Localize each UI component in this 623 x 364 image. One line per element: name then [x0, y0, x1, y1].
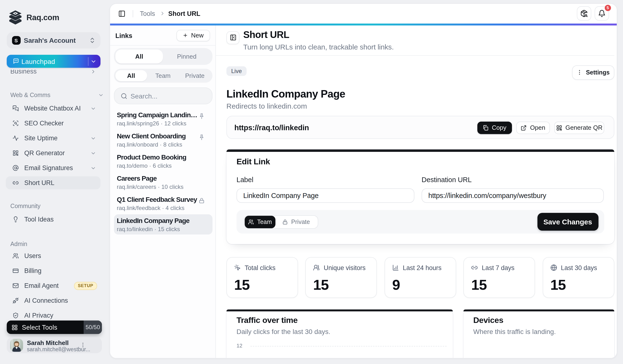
link-subtitle: raq.link/spring26 · 12 clicks	[117, 120, 186, 127]
package-search-icon	[580, 10, 588, 17]
tab-all[interactable]: All	[115, 49, 163, 63]
stat-value: 15	[471, 277, 487, 293]
open-label: Open	[530, 124, 545, 131]
visibility-row: Team Private Save Changes	[237, 210, 604, 234]
chevron-right-icon	[90, 70, 96, 74]
tab-pinned[interactable]: Pinned	[163, 49, 211, 63]
stat-value: 15	[550, 277, 566, 293]
stat-card-last-7-days: Last 7 days 15	[464, 257, 535, 298]
link-short-url: raq.to/linkedin	[117, 226, 153, 233]
users-round-icon	[313, 264, 320, 271]
message-square-dots-icon	[13, 58, 19, 64]
lock-icon	[199, 197, 205, 204]
link-list-item-selected[interactable]: LinkedIn Company Page raq.to/linkedin · …	[114, 214, 212, 235]
stat-label: Last 7 days	[482, 264, 515, 271]
sidebar-item-ai-privacy[interactable]: AI Privacy	[6, 309, 100, 320]
brand-name: Raq.com	[26, 13, 59, 22]
sidebar-item-billing[interactable]: Billing	[6, 264, 100, 277]
sidebar-item-ai-connections[interactable]: AI Connections	[6, 294, 100, 307]
label-input-value: LinkedIn Company Page	[243, 192, 318, 199]
link-list-item[interactable]: Product Demo Booking raq.to/demo · 6 cli…	[114, 151, 212, 171]
package-search-button[interactable]	[577, 6, 591, 21]
sidebar-item-seo-checker[interactable]: SEO Checker	[6, 117, 100, 130]
tab-scope-private[interactable]: Private	[179, 70, 211, 81]
sidebar-item-label: QR Generator	[24, 150, 65, 157]
external-link-icon	[521, 125, 527, 131]
launchpad-button[interactable]: Launchpad	[7, 55, 100, 68]
sidebar-item-short-url[interactable]: Short URL	[6, 176, 100, 189]
scope-filter-tabs: All Team Private	[114, 68, 212, 83]
sidebar-item-business[interactable]: Business	[6, 70, 100, 77]
account-switcher[interactable]: S Sarah's Account	[7, 32, 100, 48]
breadcrumb-tools[interactable]: Tools	[140, 10, 155, 17]
sidebar: Raq.com S Sarah's Account Launchpad Busi…	[0, 0, 110, 364]
devices-card: Devices Where this traffic is landing.	[463, 309, 614, 359]
sidebar-item-label: Email Agent	[24, 282, 59, 289]
visibility-team-option[interactable]: Team	[245, 216, 275, 228]
page-title: LinkedIn Company Page	[226, 88, 345, 100]
chevron-down-icon[interactable]	[90, 58, 97, 64]
status-badge: Live	[226, 66, 247, 76]
profile-card[interactable]: Sarah Mitchell sarah.mitchell@westbur...	[6, 337, 102, 353]
link-title: New Client Onboarding	[117, 132, 199, 140]
sidebar-item-site-uptime[interactable]: Site Uptime	[6, 132, 100, 145]
visibility-private-option[interactable]: Private	[275, 219, 317, 225]
save-changes-button[interactable]: Save Changes	[537, 213, 598, 231]
copy-icon	[482, 125, 489, 131]
label-field-label: Label	[237, 176, 253, 184]
scan-search-icon	[13, 120, 19, 126]
new-link-button[interactable]: New	[177, 30, 210, 41]
link-list-item[interactable]: Spring Campaign Landing P... raq.link/sp…	[114, 108, 212, 129]
section-header-admin: Admin	[10, 241, 27, 247]
stat-card-last-24-hours: Last 24 hours 9	[385, 257, 456, 298]
short-url-value: https://raq.to/linkedin	[234, 124, 309, 132]
tab-scope-all[interactable]: All	[115, 70, 147, 81]
select-tools-button[interactable]: Select Tools 50/50	[6, 321, 102, 334]
sidebar-item-label: Billing	[24, 267, 41, 274]
link-list-item[interactable]: Q1 Client Feedback Survey raq.link/feedb…	[114, 193, 212, 213]
copy-button[interactable]: Copy	[477, 122, 512, 134]
sidebar-item-label: Website Chatbox AI	[24, 105, 81, 112]
destination-url-input[interactable]: https://linkedin.com/company/westbury	[422, 188, 604, 203]
label-input[interactable]: LinkedIn Company Page	[237, 188, 414, 203]
settings-button[interactable]: Settings	[572, 65, 614, 80]
card-top-accent	[463, 309, 614, 311]
stat-label: Last 24 hours	[403, 264, 442, 271]
sidebar-item-email-signatures[interactable]: Email Signatures	[6, 161, 100, 174]
breadcrumb-separator	[133, 10, 133, 17]
sidebar-item-email-agent[interactable]: Email Agent SETUP	[6, 279, 100, 292]
link-icon	[471, 264, 478, 271]
sidebar-item-users[interactable]: Users	[6, 249, 100, 262]
lock-icon	[282, 219, 288, 225]
search-placeholder: Search...	[131, 92, 157, 100]
stat-value: 15	[313, 277, 329, 293]
link-list-item[interactable]: Careers Page raq.link/careers · 10 click…	[114, 172, 212, 192]
link-title: Q1 Client Feedback Survey	[117, 195, 199, 203]
generate-qr-button[interactable]: Generate QR	[554, 122, 604, 134]
link-short-url: raq.link/onboard	[117, 141, 158, 148]
sidebar-item-website-chatbox-ai[interactable]: Website Chatbox AI	[6, 102, 100, 115]
chevron-down-icon[interactable]	[98, 92, 104, 98]
account-name: Sarah's Account	[24, 37, 76, 44]
link-list-item[interactable]: New Client Onboarding raq.link/onboard ·…	[114, 130, 212, 150]
pin-filter-tabs: All Pinned	[114, 48, 212, 65]
search-input[interactable]: Search...	[114, 87, 212, 104]
chevron-down-icon	[90, 150, 96, 156]
main-panel: Tools Short URL 5 Links New All	[110, 3, 617, 359]
link-clicks: 10 clicks	[161, 184, 183, 190]
link-subtitle: raq.to/linkedin · 15 clicks	[117, 226, 180, 233]
sidebar-item-label: Short URL	[24, 179, 54, 186]
open-button[interactable]: Open	[516, 122, 550, 134]
more-vertical-icon[interactable]	[80, 342, 86, 348]
tab-scope-team[interactable]: Team	[147, 70, 179, 81]
link-subtitle: raq.to/demo · 6 clicks	[117, 162, 172, 169]
panel-left-icon[interactable]	[118, 10, 126, 17]
chevron-down-icon	[90, 106, 96, 111]
sidebar-item-tool-ideas[interactable]: Tool Ideas	[6, 213, 100, 226]
destination-url-value: https://linkedin.com/company/westbury	[428, 192, 546, 199]
notifications-button[interactable]: 5	[595, 6, 609, 21]
sidebar-nav-scroll[interactable]: Business Web & Comms Website Chatbox AI …	[0, 70, 110, 320]
sidebar-item-qr-generator[interactable]: QR Generator	[6, 147, 100, 160]
dot-separator: ·	[154, 226, 156, 233]
sidebar-item-label: Business	[10, 70, 37, 75]
